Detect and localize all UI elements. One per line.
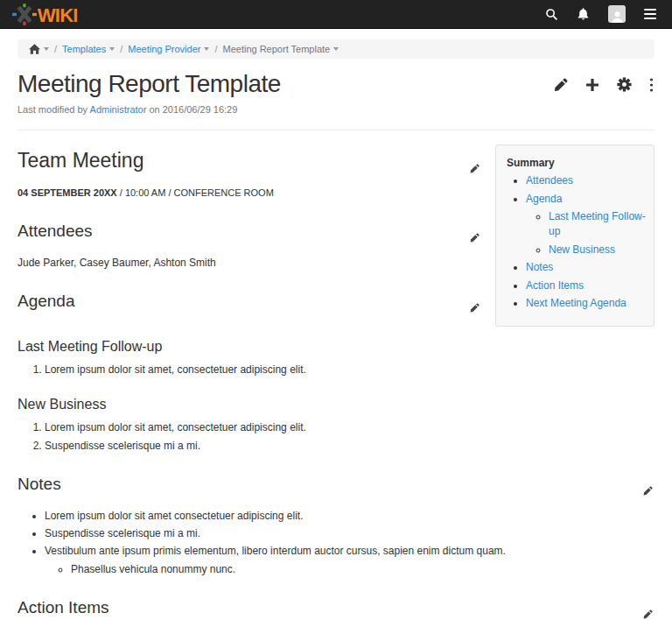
breadcrumb-home[interactable] <box>29 44 49 54</box>
breadcrumb-item-templates[interactable]: Templates <box>62 44 115 54</box>
page-title: Meeting Report Template <box>18 71 281 98</box>
main-content: Meeting Report Template <box>0 59 672 620</box>
breadcrumb-wrap: / Templates / Meeting Provider / Meeting… <box>0 29 672 59</box>
summary-title: Summary <box>507 156 647 171</box>
meeting-time-location: / 10:00 AM / CONFERENCE ROOM <box>117 187 274 198</box>
list-item: Next Meeting Agenda <box>526 296 647 311</box>
breadcrumb-current-label: Meeting Report Template <box>222 44 330 54</box>
breadcrumb-link[interactable]: Templates <box>62 44 106 54</box>
pencil-icon <box>643 609 653 619</box>
breadcrumb-link[interactable]: Meeting Provider <box>128 44 200 54</box>
pencil-icon <box>470 164 480 173</box>
navbar-icons <box>543 4 660 25</box>
meeting-date: 04 SEPTEMBER 20XX <box>18 187 117 198</box>
settings-button[interactable] <box>616 76 633 93</box>
breadcrumb-separator: / <box>54 44 57 54</box>
search-button[interactable] <box>543 6 560 23</box>
section-heading-agenda: Agenda <box>18 289 481 320</box>
section-edit-button[interactable] <box>470 295 480 320</box>
drawer-menu-button[interactable] <box>642 7 658 21</box>
toc-link-notes[interactable]: Notes <box>526 261 553 273</box>
list-item: Lorem ipsum dolor sit amet, consectetuer… <box>45 363 654 377</box>
toc-link-agenda[interactable]: Agenda <box>526 193 562 205</box>
list-item: Suspendisse scelerisque mi a mi. <box>45 439 654 454</box>
section-edit-button[interactable] <box>643 478 653 503</box>
toc-link-attendees[interactable]: Attendees <box>526 174 573 187</box>
toc-link-action-items[interactable]: Action Items <box>526 279 584 292</box>
page-actions <box>553 71 654 93</box>
list-item: Lorem ipsum dolor sit amet, consectetuer… <box>45 420 654 435</box>
user-icon <box>611 10 624 23</box>
create-button[interactable] <box>584 77 600 93</box>
page-header: Meeting Report Template <box>18 71 654 98</box>
chevron-down-icon <box>109 47 115 51</box>
gear-icon <box>617 77 632 92</box>
breadcrumb-item-current[interactable]: Meeting Report Template <box>222 44 339 54</box>
subsection-heading-new-business: New Business <box>18 394 654 414</box>
more-actions-button[interactable] <box>648 77 654 93</box>
heading-label: Agenda <box>18 292 75 310</box>
heading-label: Notes <box>18 475 61 493</box>
chevron-down-icon <box>333 47 339 51</box>
summary-sublist: Last Meeting Follow-up New Business <box>526 209 647 257</box>
heading-label: Action Items <box>18 598 109 616</box>
avatar <box>608 5 626 23</box>
modified-prefix: Last modified by <box>18 104 88 115</box>
subsection-heading-followup: Last Meeting Follow-up <box>18 336 654 356</box>
bell-icon <box>577 7 590 21</box>
hamburger-icon <box>644 9 656 19</box>
last-modified-line: Last modified by Administrator on 2016/0… <box>18 104 654 115</box>
list-item: Last Meeting Follow-up <box>549 209 647 240</box>
list-item: Vestibulum ante ipsum primis elementum, … <box>45 544 654 577</box>
list-item: Notes <box>526 260 647 275</box>
pencil-icon <box>643 486 653 496</box>
search-icon <box>545 8 558 21</box>
toc-link-next-meeting[interactable]: Next Meeting Agenda <box>526 297 626 309</box>
chevron-down-icon <box>44 47 49 51</box>
list-item: Lorem ipsum dolor sit amet consectetuer … <box>45 509 654 524</box>
section-heading-attendees: Attendees <box>18 219 481 250</box>
list-item: New Business <box>549 243 647 257</box>
plus-icon <box>585 78 599 92</box>
modified-author-link[interactable]: Administrator <box>90 104 147 115</box>
pencil-icon <box>470 233 480 243</box>
heading-label: Team Meeting <box>18 149 144 172</box>
heading-label: Attendees <box>18 222 93 240</box>
xwiki-page: WIKI <box>0 0 672 620</box>
section-edit-button[interactable] <box>470 225 480 250</box>
modified-suffix: on 2016/06/29 16:29 <box>146 104 237 115</box>
notes-list: Lorem ipsum dolor sit amet consectetuer … <box>18 509 654 578</box>
new-business-list: Lorem ipsum dolor sit amet, consectetuer… <box>18 420 654 454</box>
breadcrumb-separator: / <box>214 44 217 54</box>
toc-link-followup[interactable]: Last Meeting Follow-up <box>549 210 646 237</box>
breadcrumb-separator: / <box>120 44 122 54</box>
summary-panel: Summary Attendees Agenda Last Meeting Fo… <box>495 144 654 328</box>
section-edit-button[interactable] <box>643 602 653 620</box>
breadcrumb-item-meeting-provider[interactable]: Meeting Provider <box>128 44 209 54</box>
kebab-menu-icon <box>649 78 654 92</box>
top-navbar: WIKI <box>0 0 672 29</box>
user-menu-button[interactable] <box>606 4 627 25</box>
followup-list: Lorem ipsum dolor sit amet, consectetuer… <box>18 363 654 377</box>
list-item: Attendees <box>526 173 647 188</box>
pencil-icon <box>470 303 480 313</box>
section-heading-team-meeting: Team Meeting <box>18 146 481 181</box>
list-item: Phasellus vehicula nonummy nunc. <box>71 562 654 577</box>
xwiki-logo[interactable]: WIKI <box>12 4 93 25</box>
list-item-text: Vestibulum ante ipsum primis elementum, … <box>45 545 506 557</box>
home-icon <box>29 44 40 54</box>
breadcrumb: / Templates / Meeting Provider / Meeting… <box>18 39 654 59</box>
toc-link-new-business[interactable]: New Business <box>549 243 615 256</box>
list-item: Suspendisse scelerisque mi a mi. <box>45 526 654 541</box>
edit-button[interactable] <box>553 77 569 93</box>
list-item: Action Items <box>526 278 647 293</box>
pencil-icon <box>554 78 568 92</box>
summary-list: Attendees Agenda Last Meeting Follow-up … <box>505 173 647 311</box>
document-content: Summary Attendees Agenda Last Meeting Fo… <box>18 130 654 620</box>
section-heading-notes: Notes <box>18 472 654 503</box>
section-edit-button[interactable] <box>470 152 480 181</box>
notes-sublist: Phasellus vehicula nonummy nunc. <box>45 562 654 577</box>
notifications-button[interactable] <box>575 5 592 23</box>
list-item: Agenda Last Meeting Follow-up New Busine… <box>526 192 647 258</box>
xwiki-logo-icon: WIKI <box>12 4 93 25</box>
